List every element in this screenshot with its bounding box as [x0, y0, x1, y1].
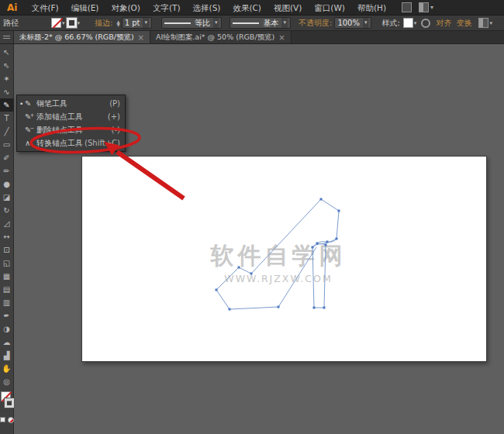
transform-panel-link[interactable]: 变换: [454, 18, 474, 29]
menu-item[interactable]: 编辑(E): [65, 0, 105, 16]
pencil-tool[interactable]: ✏: [0, 164, 14, 177]
width-tool[interactable]: ↔: [0, 230, 14, 243]
flyout-menu-item[interactable]: • ✎ 钢笔工具 (P): [17, 97, 125, 110]
recolor-artwork-icon[interactable]: [421, 19, 430, 28]
chevron-down-icon[interactable]: ▾: [363, 18, 369, 28]
magic-wand-tool[interactable]: ✶: [0, 72, 14, 85]
menu-item[interactable]: 选择(S): [187, 0, 227, 16]
tool-icon: ✎+: [25, 112, 36, 121]
color-button[interactable]: [0, 417, 5, 422]
chevron-down-icon[interactable]: ▾: [414, 20, 417, 26]
rectangle-tool[interactable]: ▭: [0, 138, 14, 151]
type-tool[interactable]: T: [0, 112, 14, 125]
stroke-color-swatch[interactable]: [67, 18, 77, 28]
shape-builder-tool[interactable]: ◱: [0, 257, 14, 270]
flyout-item-label: 钢笔工具: [36, 98, 109, 109]
tab-close-icon[interactable]: ×: [138, 33, 144, 42]
line-segment-tool[interactable]: ╱: [0, 125, 14, 138]
menu-item[interactable]: 文件(F): [25, 0, 64, 16]
menu-item[interactable]: 效果(C): [226, 0, 268, 16]
zoom-tool[interactable]: ◎: [0, 375, 14, 388]
flyout-item-shortcut: (-): [112, 126, 120, 134]
tab-title: AI绘制图案.ai* @ 50% (RGB/预览): [156, 33, 274, 43]
menu-item[interactable]: 对象(O): [105, 0, 146, 16]
tab-title: 未标题-2* @ 66.67% (RGB/预览): [19, 33, 134, 43]
flyout-item-label: 添加锚点工具: [36, 112, 108, 122]
shoe-path-drawing[interactable]: [82, 157, 488, 363]
eraser-tool[interactable]: ◪: [0, 191, 14, 204]
tools-panel-header[interactable]: [0, 31, 14, 43]
app-logo: Ai: [0, 2, 25, 13]
tool-icon: ✎: [25, 99, 36, 108]
scale-tool[interactable]: ◿: [0, 217, 14, 230]
chevron-down-icon[interactable]: ▾: [489, 20, 492, 26]
tab-close-icon[interactable]: ×: [278, 33, 285, 42]
lasso-tool[interactable]: ∿: [0, 85, 14, 98]
tool-list: ↖⇖✶∿✎T╱▭✐✏●◪↻◿↔⊡◱▦▤▥✒◑☁▟✋◎: [0, 46, 14, 388]
arrange-documents-icon[interactable]: [402, 2, 412, 12]
style-label: 样式:: [378, 18, 402, 29]
mesh-tool[interactable]: ▤: [0, 283, 14, 296]
flyout-menu-item[interactable]: ✎+ 添加锚点工具 (+): [17, 110, 125, 123]
paintbrush-tool[interactable]: ✐: [0, 151, 14, 164]
blend-tool[interactable]: ◑: [0, 322, 14, 336]
flyout-item-label: 转换锚点工具: [36, 138, 85, 149]
menu-item[interactable]: 文字(T): [147, 0, 187, 16]
width-profile-dropdown[interactable]: 等比 ▾: [161, 17, 223, 29]
chevron-down-icon[interactable]: ▾: [143, 18, 149, 28]
tool-icon: ∧: [25, 139, 36, 147]
artboard[interactable]: 软件自学网 WWW.RJZXW.COM: [81, 156, 487, 362]
eyedropper-tool[interactable]: ✒: [0, 309, 14, 322]
stroke-panel-link[interactable]: 描边:: [92, 18, 115, 29]
symbol-sprayer-tool[interactable]: ☁: [0, 336, 14, 349]
pen-tool-flyout-menu: • ✎ 钢笔工具 (P) ✎+ 添加锚点工具 (+) ✎− 删除锚点工具 (-)…: [16, 95, 126, 152]
context-label: 路径: [0, 18, 22, 29]
hand-tool[interactable]: ✋: [0, 362, 14, 375]
gradient-tool[interactable]: ▥: [0, 296, 14, 309]
free-transform-tool[interactable]: ⊡: [0, 243, 14, 257]
graphic-style-swatch[interactable]: [403, 18, 413, 28]
flyout-item-shortcut: (Shift+C): [85, 139, 120, 147]
document-tab[interactable]: AI绘制图案.ai* @ 50% (RGB/预览) ×: [150, 31, 292, 43]
stroke-weight-stepper[interactable]: ▲▼: [116, 20, 119, 26]
column-graph-tool[interactable]: ▟: [0, 349, 14, 362]
chevron-down-icon[interactable]: ▾: [213, 18, 219, 28]
selection-tool[interactable]: ↖: [0, 46, 14, 59]
menu-item[interactable]: 窗口(W): [308, 0, 351, 16]
control-panel-menu-icon[interactable]: [478, 18, 488, 28]
pen-tool[interactable]: ✎: [0, 98, 14, 112]
stroke-weight-field[interactable]: 1 pt ▾: [122, 17, 152, 29]
document-tab-bar: 未标题-2* @ 66.67% (RGB/预览) × AI绘制图案.ai* @ …: [0, 31, 504, 44]
tool-icon: ✎−: [25, 126, 36, 134]
perspective-grid-tool[interactable]: ▦: [0, 270, 14, 283]
menu-bar: Ai 文件(F)编辑(E)对象(O)文字(T)选择(S)效果(C)视图(V)窗口…: [0, 0, 504, 16]
chevron-down-icon[interactable]: ▾: [62, 20, 65, 26]
fill-color-swatch[interactable]: [51, 18, 61, 28]
flyout-item-shortcut: (+): [108, 112, 120, 121]
menu-item[interactable]: 视图(V): [268, 0, 308, 16]
stroke-swatch[interactable]: [5, 398, 14, 408]
brush-definition-dropdown[interactable]: 基本 ▾: [230, 17, 291, 29]
none-color-button[interactable]: [8, 417, 14, 423]
fill-stroke-indicator[interactable]: [0, 391, 14, 413]
flyout-menu-item[interactable]: ∧ 转换锚点工具 (Shift+C): [17, 136, 125, 150]
chevron-down-icon: ▾: [430, 4, 433, 11]
direct-selection-tool[interactable]: ⇖: [0, 59, 14, 72]
brush-stroke-preview: [233, 22, 259, 24]
menu-item[interactable]: 帮助(H): [351, 0, 392, 16]
opacity-panel-link[interactable]: 不透明度:: [296, 18, 334, 29]
blob-brush-tool[interactable]: ●: [0, 177, 14, 191]
menubar-right-icons: ▾: [402, 2, 433, 12]
document-tab[interactable]: 未标题-2* @ 66.67% (RGB/预览) ×: [14, 31, 150, 43]
flyout-menu-item[interactable]: ✎− 删除锚点工具 (-): [17, 123, 125, 136]
workspace-switcher[interactable]: ▾: [419, 2, 433, 12]
rotate-tool[interactable]: ↻: [0, 204, 14, 217]
stroke-profile-preview: [164, 22, 191, 24]
chevron-down-icon[interactable]: ▾: [281, 18, 288, 28]
chevron-down-icon[interactable]: ▾: [78, 20, 81, 26]
document-tabs: 未标题-2* @ 66.67% (RGB/预览) × AI绘制图案.ai* @ …: [14, 31, 292, 43]
flyout-item-shortcut: (P): [109, 99, 120, 108]
workspace-grid-icon: [419, 2, 429, 12]
align-panel-link[interactable]: 对齐: [433, 18, 454, 29]
opacity-field[interactable]: 100% ▾: [334, 17, 371, 29]
